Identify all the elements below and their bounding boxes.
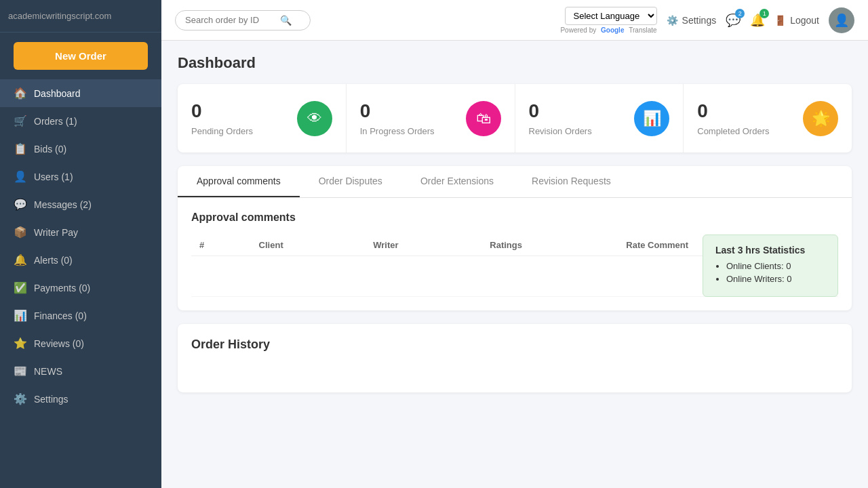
online-writers-label: Online Writers:	[726, 274, 785, 284]
tab-revision-requests[interactable]: Revision Requests	[513, 166, 630, 197]
nav-label-writer-pay: Writer Pay	[34, 227, 78, 238]
stat-card-completed: 0 Completed Orders 🌟	[684, 84, 852, 152]
stat-number-completed: 0	[697, 100, 769, 122]
google-label: Google	[601, 26, 624, 34]
table-container: #ClientWriterRatingsRate Comment Last 3 …	[191, 235, 838, 297]
stat-label-revision: Revision Orders	[529, 126, 592, 136]
nav-icon-reviews: ⭐	[14, 337, 27, 350]
approval-comments-title: Approval comments	[191, 211, 838, 224]
stat-info-pending: 0 Pending Orders	[191, 100, 253, 136]
language-selector: Select LanguageEnglishSpanishFrenchGerma…	[560, 7, 656, 34]
nav-label-reviews: Reviews (0)	[34, 338, 84, 349]
nav-icon-alerts: 🔔	[14, 253, 27, 266]
tabs-section: Approval commentsOrder DisputesOrder Ext…	[178, 166, 852, 310]
order-history-title: Order History	[191, 338, 838, 352]
nav-label-news: NEWS	[34, 366, 62, 377]
online-writers-item: Online Writers: 0	[726, 274, 825, 284]
avatar: 👤	[829, 7, 854, 33]
nav-icon-news: 📰	[14, 365, 27, 378]
settings-label: Settings	[682, 15, 717, 26]
stat-icon-completed: 🌟	[803, 101, 838, 136]
search-icon: 🔍	[280, 15, 292, 26]
sidebar-item-settings[interactable]: ⚙️ Settings	[0, 385, 161, 413]
stat-number-in-progress: 0	[360, 100, 435, 122]
powered-by-text: Powered by	[560, 26, 596, 34]
nav-label-messages: Messages (2)	[34, 199, 92, 210]
sidebar-item-writer-pay[interactable]: 📦 Writer Pay	[0, 218, 161, 246]
nav-icon-dashboard: 🏠	[14, 87, 27, 100]
main-area: 🔍 Select LanguageEnglishSpanishFrenchGer…	[161, 0, 868, 488]
stats-popup-list: Online Clients: 0 Online Writers: 0	[715, 261, 825, 284]
sidebar: academicwritingscript.com New Order 🏠 Da…	[0, 0, 161, 488]
stat-card-in-progress: 0 In Progress Orders 🛍	[347, 84, 515, 152]
tab-disputes[interactable]: Order Disputes	[300, 166, 401, 197]
nav-icon-writer-pay: 📦	[14, 226, 27, 239]
nav-icon-orders: 🛒	[14, 115, 27, 127]
nav-label-finances: Finances (0)	[34, 310, 87, 321]
sidebar-item-orders[interactable]: 🛒 Orders (1)	[0, 107, 161, 135]
notifications-badge: 1	[760, 9, 769, 18]
sidebar-item-reviews[interactable]: ⭐ Reviews (0)	[0, 329, 161, 357]
logout-icon: 🚪	[774, 15, 786, 26]
stat-label-pending: Pending Orders	[191, 126, 253, 136]
gear-icon: ⚙️	[667, 15, 678, 26]
header: 🔍 Select LanguageEnglishSpanishFrenchGer…	[161, 0, 868, 41]
sidebar-item-users[interactable]: 👤 Users (1)	[0, 163, 161, 190]
nav-label-users: Users (1)	[34, 171, 73, 182]
online-writers-value: 0	[787, 274, 791, 284]
logout-button[interactable]: 🚪 Logout	[774, 15, 819, 26]
nav-icon-users: 👤	[14, 170, 27, 183]
new-order-button[interactable]: New Order	[14, 42, 148, 70]
page-title: Dashboard	[178, 54, 852, 72]
online-clients-value: 0	[786, 261, 791, 271]
nav-label-alerts: Alerts (0)	[34, 255, 73, 266]
sidebar-item-alerts[interactable]: 🔔 Alerts (0)	[0, 246, 161, 274]
messages-badge: 2	[735, 9, 745, 18]
nav-label-bids: Bids (0)	[34, 144, 66, 155]
online-clients-label: Online Clients:	[726, 261, 784, 271]
nav-label-dashboard: Dashboard	[34, 88, 81, 99]
settings-button[interactable]: ⚙️ Settings	[667, 15, 717, 26]
order-history-section: Order History	[178, 324, 852, 392]
powered-by: Powered by Google Translate	[560, 26, 656, 34]
stats-popup-title: Last 3 hrs Statistics	[715, 245, 825, 256]
notifications-button[interactable]: 🔔 1	[750, 13, 765, 28]
sidebar-item-bids[interactable]: 📋 Bids (0)	[0, 135, 161, 163]
col-header-client: Client	[251, 235, 366, 256]
stat-number-pending: 0	[191, 100, 253, 122]
sidebar-item-news[interactable]: 📰 NEWS	[0, 357, 161, 385]
sidebar-item-payments[interactable]: ✅ Payments (0)	[0, 274, 161, 302]
translate-label: Translate	[629, 26, 656, 34]
brand-name: academicwritingscript.com	[0, 0, 161, 33]
search-bar: 🔍	[175, 10, 311, 30]
nav-icon-bids: 📋	[14, 142, 27, 155]
stat-info-completed: 0 Completed Orders	[697, 100, 769, 136]
nav-icon-payments: ✅	[14, 281, 27, 294]
tab-content: Approval comments #ClientWriterRatingsRa…	[178, 198, 852, 310]
sidebar-item-dashboard[interactable]: 🏠 Dashboard	[0, 79, 161, 107]
tab-extensions[interactable]: Order Extensions	[401, 166, 513, 197]
tab-approval[interactable]: Approval comments	[178, 166, 300, 197]
stat-label-in-progress: In Progress Orders	[360, 126, 435, 136]
nav-icon-finances: 📊	[14, 309, 27, 322]
logout-label: Logout	[790, 15, 819, 26]
stats-popup: Last 3 hrs Statistics Online Clients: 0 …	[703, 235, 838, 297]
stat-card-pending: 0 Pending Orders 👁	[178, 84, 347, 152]
stat-number-revision: 0	[529, 100, 592, 122]
stat-info-in-progress: 0 In Progress Orders	[360, 100, 435, 136]
sidebar-item-messages[interactable]: 💬 Messages (2)	[0, 190, 161, 218]
col-header-writer: Writer	[365, 235, 481, 256]
header-right: Select LanguageEnglishSpanishFrenchGerma…	[560, 7, 854, 34]
col-header-ratings: Ratings	[481, 235, 618, 256]
stat-icon-in-progress: 🛍	[466, 101, 501, 136]
content-area: Dashboard 0 Pending Orders 👁 0 In Progre…	[161, 41, 868, 488]
stat-icon-revision: 📊	[634, 101, 669, 136]
nav-label-settings: Settings	[34, 394, 68, 405]
sidebar-item-finances[interactable]: 📊 Finances (0)	[0, 302, 161, 329]
language-select[interactable]: Select LanguageEnglishSpanishFrenchGerma…	[565, 7, 657, 25]
search-input[interactable]	[185, 15, 280, 25]
messages-button[interactable]: 💬 2	[726, 13, 741, 28]
nav-icon-messages: 💬	[14, 198, 27, 211]
avatar-icon: 👤	[834, 13, 849, 28]
sidebar-nav: 🏠 Dashboard🛒 Orders (1)📋 Bids (0)👤 Users…	[0, 79, 161, 413]
